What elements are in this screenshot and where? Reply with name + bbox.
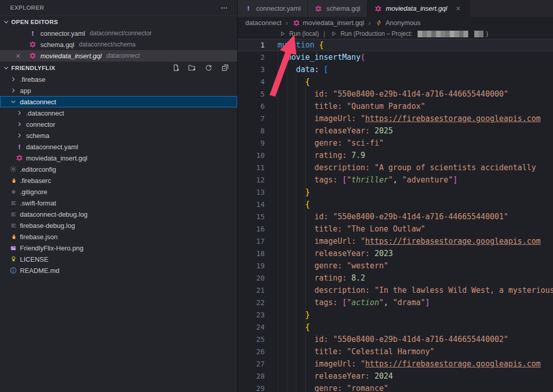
breadcrumb-item[interactable]: Anonymous <box>375 19 421 27</box>
open-editors-header[interactable]: OPEN EDITORS <box>0 15 237 28</box>
code-line-24[interactable]: 24 { <box>238 321 553 333</box>
code-line-3[interactable]: 3 data: [ <box>238 63 553 76</box>
tree-item-.firebase[interactable]: .firebase <box>0 74 237 85</box>
close-icon[interactable] <box>454 5 463 13</box>
tree-item-dataconnect.yaml[interactable]: !dataconnect.yaml <box>0 141 237 152</box>
code-line-6[interactable]: 6 title: "Quantum Paradox" <box>238 100 553 112</box>
code-line-14[interactable]: 14 { <box>238 198 553 211</box>
excl-icon: ! <box>15 143 24 151</box>
code-line-12[interactable]: 12 tags: ["thriller", "adventure"] <box>238 174 553 186</box>
editor[interactable]: Run (local) | Run (Production – Project:… <box>238 29 553 392</box>
code-line-29[interactable]: 29 genre: "romance" <box>238 382 553 392</box>
chev-right-icon <box>15 109 24 117</box>
code-line-5[interactable]: 5 id: "550e8400-e29b-41d4-a716-446655440… <box>238 88 553 100</box>
line-number: 14 <box>238 198 272 211</box>
code-line-25[interactable]: 25 id: "550e8400-e29b-41d4-a716-44665544… <box>238 333 553 345</box>
code-line-27[interactable]: 27 imageUrl: "https://firebasestorage.go… <box>238 358 553 370</box>
line-number: 12 <box>238 174 272 186</box>
code-line-7[interactable]: 7 imageUrl: "https://firebasestorage.goo… <box>238 112 553 125</box>
tab-label: connector.yaml <box>256 5 301 12</box>
tree-item-label: FriendlyFlix-Hero.png <box>20 244 83 252</box>
tree-item-app[interactable]: app <box>0 85 237 96</box>
tree-item-schema[interactable]: schema <box>0 130 237 141</box>
code-line-20[interactable]: 20 rating: 8.2 <box>238 272 553 284</box>
chev-right-icon <box>15 120 24 128</box>
code-line-4[interactable]: 4 { <box>238 76 553 88</box>
code-line-16[interactable]: 16 title: "The Lone Outlaw" <box>238 223 553 235</box>
tree-item-license[interactable]: LICENSE <box>0 253 237 265</box>
tree-item-label: LICENSE <box>20 256 49 263</box>
line-number: 2 <box>238 51 272 63</box>
tab-schema.gql[interactable]: schema.gql <box>308 0 367 17</box>
close-icon[interactable] <box>14 52 22 60</box>
code-line-15[interactable]: 15 id: "550e8400-e29b-41d4-a716-44665544… <box>238 211 553 223</box>
open-editor-item[interactable]: schema.gqldataconnect/schema <box>0 39 237 50</box>
tree-item-readme.md[interactable]: README.md <box>0 265 237 276</box>
code-line-17[interactable]: 17 imageUrl: "https://firebasestorage.go… <box>238 235 553 247</box>
tree-item-label: .firebase <box>20 76 45 83</box>
tab-label: moviedata_insert.gql <box>386 5 447 12</box>
project-section-header[interactable]: FRIENDLYFLIX <box>0 61 237 74</box>
more-actions-icon[interactable] <box>220 4 228 12</box>
tab-connector.yaml[interactable]: !connector.yaml <box>238 0 308 17</box>
code-line-8[interactable]: 8 releaseYear: 2025 <box>238 125 553 137</box>
open-editor-item[interactable]: moviedata_insert.gqldataconnect <box>0 50 237 61</box>
info-icon <box>9 266 17 274</box>
chev-right-icon <box>9 75 17 83</box>
explorer-header: EXPLORER <box>0 0 237 15</box>
code-line-2[interactable]: 2 movie_insertMany( <box>238 51 553 63</box>
vscode-window: EXPLORER OPEN EDITORS !connector.yamldat… <box>0 0 553 392</box>
line-number: 16 <box>238 223 272 235</box>
explorer-toolbar <box>172 64 237 72</box>
tree-item-firebase-debug.log[interactable]: firebase-debug.log <box>0 220 237 231</box>
code-line-13[interactable]: 13 } <box>238 186 553 198</box>
editor-group: !connector.yamlschema.gqlmoviedata_inser… <box>238 0 553 392</box>
tree-item-label: .gitignore <box>20 188 47 196</box>
redacted-project-suffix <box>474 31 483 37</box>
breadcrumb: dataconnect›moviedata_insert.gql›Anonymo… <box>238 17 553 29</box>
code-line-21[interactable]: 21 description: "In the lawless Wild Wes… <box>238 284 553 296</box>
collapse-all-icon[interactable] <box>221 64 229 72</box>
excl-icon: ! <box>29 29 37 37</box>
open-editor-item[interactable]: !connector.yamldataconnect/connector <box>0 28 237 39</box>
chevron-down-icon <box>2 18 10 26</box>
new-folder-icon[interactable] <box>188 64 196 72</box>
tree-item-.gitignore[interactable]: .gitignore <box>0 186 237 197</box>
tree-item-.editorconfig[interactable]: .editorconfig <box>0 164 237 175</box>
run-production-button[interactable]: Run (Production – Project: <box>340 30 412 37</box>
code-line-26[interactable]: 26 title: "Celestial Harmony" <box>238 345 553 358</box>
redacted-project-name <box>418 31 468 37</box>
code-line-18[interactable]: 18 releaseYear: 2023 <box>238 247 553 260</box>
tree-item-firebase.json[interactable]: firebase.json <box>0 231 237 242</box>
code-line-1[interactable]: 1mutation { <box>238 39 553 51</box>
tab-moviedata-insert.gql[interactable]: moviedata_insert.gql <box>367 0 470 17</box>
tree-item-friendlyflix-hero.png[interactable]: FriendlyFlix-Hero.png <box>0 242 237 253</box>
code-line-28[interactable]: 28 releaseYear: 2024 <box>238 370 553 382</box>
tree-item-dataconnect-debug.log[interactable]: dataconnect-debug.log <box>0 209 237 220</box>
tree-item-label: dataconnect.yaml <box>26 143 78 151</box>
code-line-10[interactable]: 10 rating: 7.9 <box>238 149 553 162</box>
code-line-23[interactable]: 23 } <box>238 309 553 321</box>
tree-item-moviedata-insert.gql[interactable]: moviedata_insert.gql <box>0 152 237 164</box>
tree-item-label: dataconnect-debug.log <box>20 211 87 218</box>
tree-item-.firebaserc[interactable]: .firebaserc <box>0 175 237 186</box>
tree-item-.dataconnect[interactable]: .dataconnect <box>0 107 237 119</box>
run-local-button[interactable]: Run (local) <box>289 30 319 37</box>
line-number: 15 <box>238 211 272 223</box>
code-line-9[interactable]: 9 genre: "sci-fi" <box>238 137 553 149</box>
line-number: 21 <box>238 284 272 296</box>
breadcrumb-item[interactable]: moviedata_insert.gql <box>292 19 364 27</box>
tree-item-dataconnect[interactable]: dataconnect <box>0 96 237 107</box>
breadcrumb-item[interactable]: dataconnect <box>245 19 282 27</box>
new-file-icon[interactable] <box>172 64 180 72</box>
line-number: 4 <box>238 76 272 88</box>
git-icon <box>9 188 17 196</box>
code-line-19[interactable]: 19 genre: "western" <box>238 260 553 272</box>
refresh-icon[interactable] <box>204 64 213 72</box>
line-number: 5 <box>238 88 272 100</box>
tree-item-connector[interactable]: connector <box>0 119 237 130</box>
tree-item-label: connector <box>26 121 55 128</box>
code-line-22[interactable]: 22 tags: ["action", "drama"] <box>238 296 553 309</box>
code-line-11[interactable]: 11 description: "A group of scientists a… <box>238 162 553 174</box>
tree-item-.swift-format[interactable]: .swift-format <box>0 197 237 209</box>
